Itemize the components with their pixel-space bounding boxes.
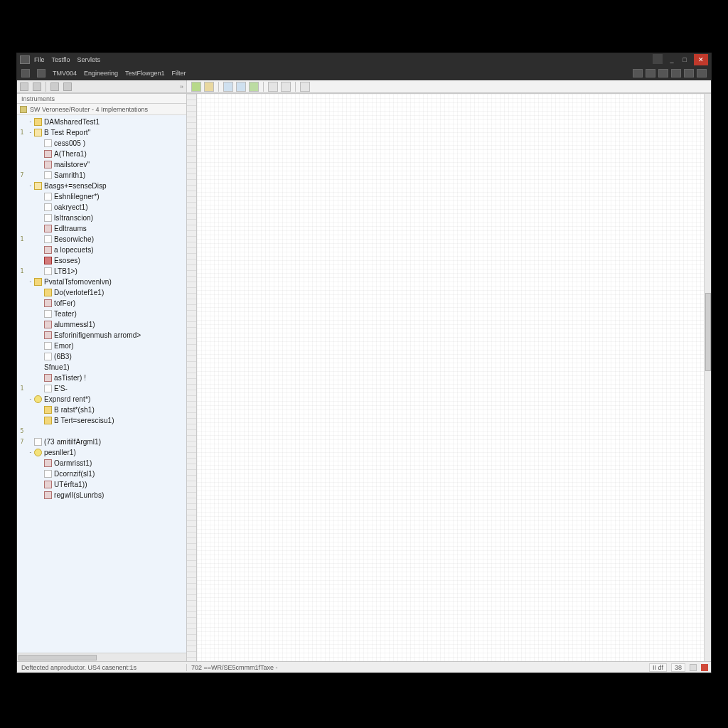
tree-item[interactable]: regwlI(sLunrbs) [17, 490, 186, 500]
module-icon [44, 150, 52, 158]
app-logo-icon [20, 55, 30, 64]
tree-item[interactable]: mailstorev" [17, 159, 186, 170]
toolbar-btn-2-icon[interactable] [37, 69, 46, 77]
tree-item[interactable]: (6B3) [17, 351, 186, 362]
panel-tool-icon-2[interactable] [33, 82, 41, 91]
menu-servlets[interactable]: Servlets [77, 56, 101, 63]
toolbar-right-icon-2[interactable] [646, 69, 655, 77]
toolbar-right-icon-4[interactable] [671, 69, 681, 77]
tree-item[interactable]: B ratst*(sh1) [17, 405, 186, 415]
tree-item[interactable]: 7(73 amitilfArgml1) [17, 437, 186, 447]
folder-icon [44, 289, 52, 296]
expand-toggle-icon[interactable]: - [27, 119, 34, 125]
scrollbar-thumb[interactable] [705, 293, 711, 371]
tree-item[interactable]: oakryect1) [17, 202, 186, 213]
tree-item[interactable]: lsItranscion) [17, 213, 186, 223]
tree-item[interactable]: -pesnller1) [17, 447, 186, 458]
design-canvas[interactable] [197, 94, 711, 661]
tree-item[interactable]: Emor) [17, 341, 186, 351]
tree-item-label: B Test Report" [44, 129, 90, 136]
sidebar-root-label: SW Veronese/Router - 4 Implementations [30, 106, 148, 113]
tree-item[interactable]: 1LTB1>) [17, 266, 186, 277]
tree-item[interactable]: asTister) ! [17, 373, 186, 383]
toolbar-label-1[interactable]: TMV004 [53, 70, 77, 77]
toolbar-right-icon-5[interactable] [684, 69, 694, 77]
sidebar-root-header[interactable]: SW Veronese/Router - 4 Implementations [17, 104, 186, 115]
editor-tool-icon-2[interactable] [204, 82, 214, 92]
tree-item-label: Basgs+=senseDisp [44, 182, 107, 190]
tree-item[interactable]: 7Samrith1) [17, 170, 186, 181]
module-icon [44, 331, 52, 339]
status-right: II df 38 [646, 663, 711, 672]
tree-item-label: a lopecuets) [54, 246, 94, 254]
tree-item[interactable]: Teater) [17, 309, 186, 319]
panel-collapse-icon[interactable]: » [180, 83, 183, 90]
expand-toggle-icon[interactable]: - [27, 449, 34, 456]
status-chip-1[interactable]: II df [649, 663, 667, 672]
toolbar-btn-1-icon[interactable] [21, 69, 30, 77]
editor-tool-icon-5[interactable] [249, 82, 259, 92]
expand-toggle-icon[interactable]: - [27, 183, 34, 189]
tree-item-label: Eshnlilegner*) [54, 193, 100, 200]
panel-tool-icon-4[interactable] [63, 82, 72, 91]
expand-toggle-icon[interactable]: - [27, 396, 34, 402]
tree-item[interactable]: 5 [17, 426, 186, 437]
tree-item-label: Emor) [54, 342, 74, 350]
window-minimize-button[interactable]: _ [665, 54, 678, 65]
tree-item[interactable]: Esforinifigenmush arromd> [17, 330, 186, 341]
expand-toggle-icon[interactable]: - [27, 129, 34, 136]
tree-item[interactable]: alummessl1) [17, 319, 186, 330]
tree-item[interactable]: 1Besorwiche) [17, 234, 186, 245]
tree-item[interactable]: Do(verlotef1e1) [17, 287, 186, 298]
tree-item[interactable]: -Basgs+=senseDisp [17, 181, 186, 191]
tree-item[interactable]: Edltraums [17, 223, 186, 234]
editor-tool-icon-8[interactable] [300, 82, 310, 92]
panel-tool-icon-1[interactable] [20, 82, 28, 91]
menu-testflo[interactable]: Testflo [52, 56, 70, 63]
tree-item[interactable]: Oarmrisst1) [17, 458, 186, 469]
canvas-v-scrollbar[interactable] [704, 94, 711, 661]
tree-item[interactable]: tofFer) [17, 298, 186, 309]
tree-item[interactable]: Dcornzif(sl1) [17, 469, 186, 479]
tree-item[interactable]: 1-B Test Report" [17, 127, 186, 138]
tree-item[interactable]: Eshnlilegner*) [17, 191, 186, 202]
editor-tool-icon-4[interactable] [236, 82, 246, 92]
toolbar-label-3[interactable]: TestFlowgen1 [125, 70, 165, 77]
toolbar-right-icon-3[interactable] [658, 69, 668, 77]
expand-toggle-icon[interactable]: - [27, 279, 34, 285]
tree-item[interactable]: -PvatalTsfornovenlvn) [17, 277, 186, 287]
tree-item[interactable]: -DAMsharedTest1 [17, 117, 186, 127]
separator [46, 82, 46, 92]
editor-tool-icon-3[interactable] [223, 82, 233, 92]
tree-view[interactable]: -DAMsharedTest11-B Test Report"cess005 )… [17, 115, 186, 653]
tree-item[interactable]: B Tert=serescisu1) [17, 415, 186, 426]
panel-tool-icon-3[interactable] [50, 82, 59, 91]
tree-item[interactable]: UTérfta1)) [17, 479, 186, 490]
tree-item[interactable]: A(Thera1) [17, 149, 186, 159]
editor-tool-icon-7[interactable] [281, 82, 291, 92]
toolbar-right-icon-6[interactable] [697, 69, 707, 77]
tree-item[interactable]: a lopecuets) [17, 245, 186, 255]
module-icon [44, 459, 52, 467]
tree-item[interactable]: cess005 ) [17, 138, 186, 149]
editor-tool-icon-6[interactable] [268, 82, 278, 92]
editor-tool-icon-1[interactable] [191, 82, 201, 92]
sidebar-tab[interactable]: Instruments [17, 94, 186, 104]
window-close-button[interactable]: ✕ [694, 54, 708, 65]
status-chip-2[interactable]: 38 [671, 663, 685, 672]
toolbar-label-4[interactable]: Filter [172, 70, 186, 77]
sidebar-h-scrollbar[interactable] [17, 653, 186, 661]
menu-file[interactable]: File [34, 56, 45, 63]
scrollbar-thumb[interactable] [18, 655, 97, 660]
tree-item[interactable]: Sfnue1) [17, 362, 186, 373]
tree-item[interactable]: Esoses) [17, 255, 186, 266]
tree-item[interactable]: 1E'S- [17, 383, 186, 394]
tree-item[interactable]: -Expnsrd rent*) [17, 394, 186, 405]
status-icon[interactable] [690, 664, 697, 671]
window-maximize-button[interactable]: □ [678, 54, 691, 65]
toolbar-right-icon-1[interactable] [633, 69, 643, 77]
titlebar-tool-icon[interactable] [653, 54, 663, 64]
gutter-marker: 1 [17, 129, 27, 136]
status-record-icon[interactable] [701, 664, 708, 671]
toolbar-label-2[interactable]: Engineering [84, 70, 118, 77]
